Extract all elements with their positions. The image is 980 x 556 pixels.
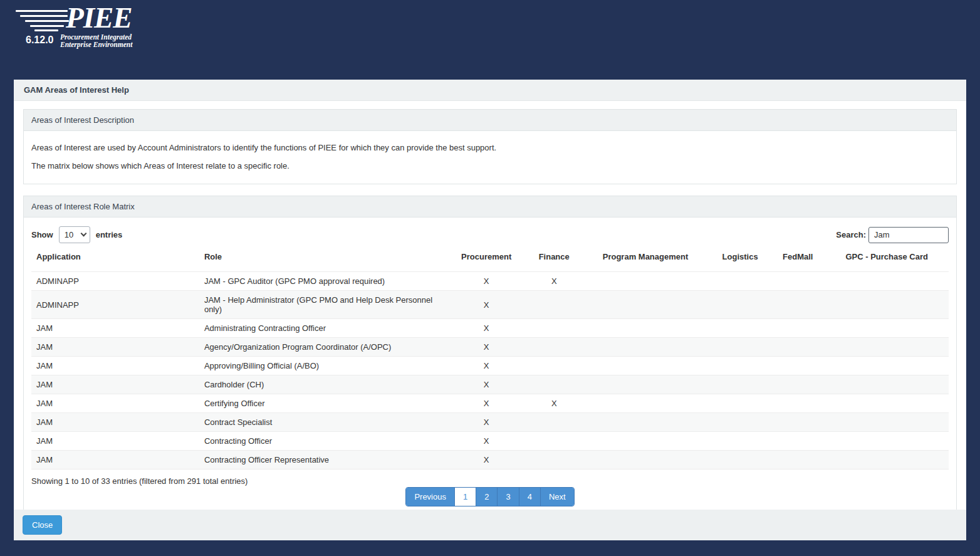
cell-role: Agency/Organization Program Coordinator …	[199, 338, 446, 357]
cell-mark	[581, 413, 709, 432]
table-row: JAMAgency/Organization Program Coordinat…	[31, 338, 949, 357]
cell-mark	[709, 357, 771, 375]
cell-mark	[825, 432, 949, 451]
app-tagline-line2: Enterprise Environment	[60, 41, 132, 49]
cell-mark	[527, 357, 581, 375]
column-header-role[interactable]: Role	[199, 246, 446, 272]
cell-mark: X	[446, 451, 527, 469]
cell-application: JAM	[31, 319, 199, 338]
cell-mark	[581, 394, 709, 413]
cell-role: JAM - GPC Auditor (GPC PMO approval requ…	[199, 272, 446, 291]
cell-mark: X	[527, 272, 581, 291]
cell-mark	[825, 357, 949, 375]
column-header-gpc-purchase-card[interactable]: GPC - Purchase Card	[825, 246, 949, 272]
role-matrix-panel-title: Areas of Interest Role Matrix	[24, 196, 956, 218]
pagination-page-4[interactable]: 4	[519, 488, 540, 506]
page-length-control: Show 10 entries	[31, 226, 122, 243]
cell-mark	[771, 394, 825, 413]
column-header-logistics[interactable]: Logistics	[709, 246, 771, 272]
cell-mark: X	[446, 272, 527, 291]
cell-mark: X	[446, 338, 527, 357]
cell-mark	[581, 375, 709, 394]
description-panel: Areas of Interest Description Areas of I…	[23, 109, 957, 184]
cell-mark	[581, 357, 709, 375]
cell-mark: X	[446, 375, 527, 394]
cell-role: Contract Specialist	[199, 413, 446, 432]
cell-application: JAM	[31, 451, 199, 469]
cell-role: Administrating Contracting Officer	[199, 319, 446, 338]
cell-mark	[581, 291, 709, 319]
pagination-previous[interactable]: Previous	[406, 488, 454, 506]
description-paragraph: The matrix below shows which Areas of In…	[31, 161, 949, 170]
cell-mark	[709, 291, 771, 319]
search-input[interactable]	[868, 227, 949, 243]
cell-mark	[581, 451, 709, 469]
cell-mark	[709, 375, 771, 394]
column-header-application[interactable]: Application	[31, 246, 199, 272]
cell-mark	[709, 338, 771, 357]
cell-role: Approving/Billing Official (A/BO)	[199, 357, 446, 375]
app-header: PIEE 6.12.0 Procurement Integrated Enter…	[0, 0, 980, 80]
pagination-page-2[interactable]: 2	[476, 488, 497, 506]
pagination-page-1[interactable]: 1	[454, 488, 476, 506]
cell-mark	[825, 394, 949, 413]
role-matrix-table: ApplicationRoleProcurementFinanceProgram…	[31, 246, 949, 469]
cell-role: Contracting Officer	[199, 432, 446, 451]
pagination-page-3[interactable]: 3	[497, 488, 518, 506]
role-matrix-panel: Areas of Interest Role Matrix Show 10 en…	[23, 196, 957, 510]
page-length-select[interactable]: 10	[59, 226, 90, 243]
pagination-next[interactable]: Next	[540, 488, 574, 506]
table-row: JAMCertifying OfficerXX	[31, 394, 949, 413]
cell-mark	[771, 291, 825, 319]
cell-mark	[527, 451, 581, 469]
table-controls: Show 10 entries Search:	[31, 226, 949, 243]
cell-mark	[825, 291, 949, 319]
dialog-footer: Close	[14, 510, 966, 540]
cell-mark	[709, 451, 771, 469]
cell-mark	[527, 291, 581, 319]
pagination: Previous1234Next	[405, 487, 574, 506]
cell-mark	[825, 413, 949, 432]
cell-mark	[709, 413, 771, 432]
cell-mark	[709, 394, 771, 413]
app-version: 6.12.0	[26, 34, 53, 46]
cell-application: JAM	[31, 413, 199, 432]
table-info: Showing 1 to 10 of 33 entries (filtered …	[31, 476, 949, 486]
cell-mark: X	[446, 432, 527, 451]
show-label: Show	[31, 230, 53, 239]
matrix-header-row: ApplicationRoleProcurementFinanceProgram…	[31, 246, 949, 272]
dialog-body: Areas of Interest Description Areas of I…	[14, 101, 966, 510]
entries-label: entries	[96, 230, 123, 239]
cell-mark	[771, 338, 825, 357]
cell-application: ADMINAPP	[31, 291, 199, 319]
column-header-program-management[interactable]: Program Management	[581, 246, 709, 272]
column-header-finance[interactable]: Finance	[527, 246, 581, 272]
cell-mark	[581, 272, 709, 291]
cell-mark	[825, 319, 949, 338]
cell-mark	[771, 413, 825, 432]
description-paragraph: Areas of Interest are used by Account Ad…	[31, 143, 949, 152]
cell-mark: X	[446, 291, 527, 319]
role-matrix-panel-body: Show 10 entries Search:	[24, 218, 956, 510]
column-header-procurement[interactable]: Procurement	[446, 246, 527, 272]
app-tagline-line1: Procurement Integrated	[60, 34, 132, 41]
cell-mark	[709, 319, 771, 338]
cell-mark	[581, 338, 709, 357]
cell-mark	[527, 319, 581, 338]
search-label: Search:	[836, 230, 866, 239]
table-row: ADMINAPPJAM - GPC Auditor (GPC PMO appro…	[31, 272, 949, 291]
page-length-select-wrap: 10	[59, 226, 90, 243]
cell-mark	[581, 432, 709, 451]
app-tagline: Procurement Integrated Enterprise Enviro…	[60, 34, 132, 48]
page-title: GAM Areas of Interest Help	[14, 80, 966, 101]
help-dialog: GAM Areas of Interest Help Areas of Inte…	[14, 80, 966, 540]
cell-mark	[527, 338, 581, 357]
column-header-fedmall[interactable]: FedMall	[771, 246, 825, 272]
table-row: JAMApproving/Billing Official (A/BO)X	[31, 357, 949, 375]
cell-mark: X	[446, 357, 527, 375]
cell-mark	[527, 432, 581, 451]
cell-mark	[825, 338, 949, 357]
cell-mark: X	[446, 319, 527, 338]
cell-role: JAM - Help Administrator (GPC PMO and He…	[199, 291, 446, 319]
close-button[interactable]: Close	[23, 515, 62, 535]
